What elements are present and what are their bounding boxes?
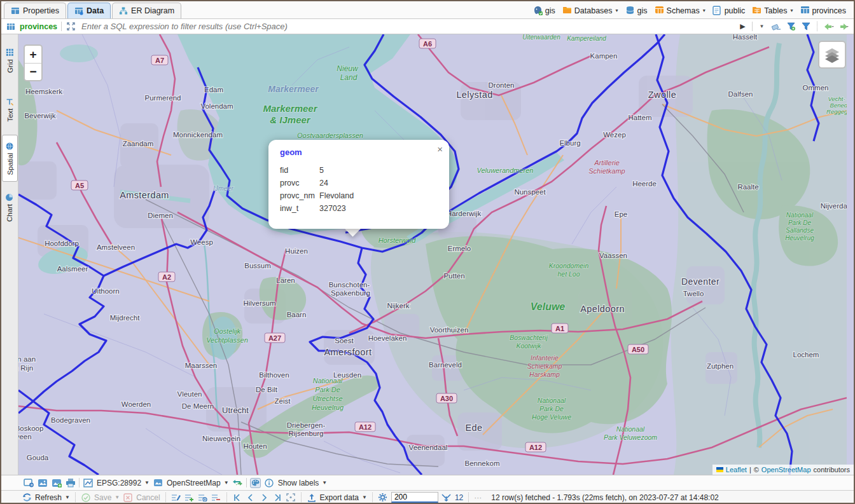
map-city-label: Zaandam (123, 140, 154, 147)
breadcrumb-item-databases[interactable]: Databases▾ (562, 6, 618, 15)
nav-forward-icon[interactable] (838, 21, 849, 32)
page-icon (712, 6, 722, 15)
breadcrumb-item-public[interactable]: public (712, 6, 746, 15)
fetch-all-icon[interactable] (286, 493, 296, 503)
sql-filter-input[interactable] (80, 21, 733, 32)
map-area-label: Hoge Veluwe (532, 413, 571, 421)
flip-coordinates-icon[interactable] (232, 478, 243, 488)
breadcrumb-label: provinces (812, 6, 847, 15)
settings-gear-icon[interactable] (378, 493, 388, 503)
save-image-icon[interactable] (37, 478, 48, 488)
presentation-tab-chart[interactable]: Chart (2, 184, 18, 231)
breadcrumb-item-gis[interactable]: gis (533, 6, 555, 15)
save-image-as-icon[interactable] (51, 478, 62, 488)
export-icon[interactable] (307, 493, 317, 503)
map-city-label: Ermelo (448, 245, 471, 252)
breadcrumb-item-provinces[interactable]: provinces (800, 6, 847, 15)
breadcrumb: gisDatabases▾gisSchemas▾publicTables▾pro… (533, 6, 850, 15)
crs-dropdown-icon[interactable]: ▼ (144, 480, 149, 486)
save-dropdown-icon[interactable]: ▼ (115, 494, 120, 500)
map-canvas[interactable]: A7A6A5A2A27A1A50A30A12A12 HeemskerkBever… (18, 34, 847, 475)
first-page-icon[interactable] (232, 493, 242, 503)
save-label[interactable]: Save (94, 493, 111, 502)
presentation-tab-grid[interactable]: Grid (2, 37, 18, 84)
apply-filter-icon[interactable]: ▶ (737, 21, 748, 32)
svg-text:A6: A6 (423, 40, 432, 48)
close-icon[interactable]: × (437, 144, 443, 154)
spatial-map-viewer[interactable]: A7A6A5A2A27A1A50A30A12A12 HeemskerkBever… (18, 34, 854, 475)
popup-attr-key: provc_nm (280, 191, 319, 200)
show-labels-label[interactable]: Show labels (278, 479, 319, 487)
info-icon (264, 478, 275, 488)
export-label[interactable]: Export data (320, 493, 359, 502)
map-city-label: Utrecht (222, 405, 249, 415)
refresh-label[interactable]: Refresh (35, 493, 62, 502)
chevron-down-icon[interactable]: ▾ (616, 8, 618, 13)
presentation-tab-spatial[interactable]: Spatial (2, 135, 18, 182)
popup-attr-key: provc (280, 179, 319, 187)
svg-text:A7: A7 (155, 57, 164, 64)
presentation-switcher: GridTextSpatialChart (1, 34, 18, 475)
custom-filter-icon[interactable] (800, 21, 811, 32)
entity-name[interactable]: provinces (20, 22, 57, 31)
breadcrumb-item-schemas[interactable]: Schemas▾ (655, 6, 706, 15)
map-area-label: Artillerie (594, 159, 620, 167)
refresh-icon[interactable] (22, 493, 32, 503)
cancel-icon[interactable] (123, 493, 133, 503)
map-city-label: Amersfoort (324, 347, 372, 357)
svg-text:A2: A2 (162, 273, 171, 281)
overflow-ellipsis[interactable]: ··· (474, 493, 482, 502)
map-area-label: Harskamp (529, 371, 560, 378)
breadcrumb-label: public (725, 6, 746, 15)
presentation-tab-text[interactable]: Text (2, 86, 18, 133)
basemap-label[interactable]: OpenStreetMap (167, 479, 221, 487)
filter-history-dropdown-icon[interactable]: ▼ (756, 21, 767, 32)
refresh-dropdown-icon[interactable]: ▼ (65, 494, 70, 500)
print-icon[interactable] (65, 478, 76, 488)
map-city-label: Amsterdam (120, 190, 169, 200)
popup-title[interactable]: geom (280, 147, 439, 157)
zoom-out-button[interactable]: − (25, 63, 41, 80)
basemap-dropdown-icon[interactable]: ▼ (224, 480, 229, 486)
divider (75, 493, 76, 502)
breadcrumb-item-gis[interactable]: gis (625, 6, 648, 15)
show-labels-dropdown-icon[interactable]: ▼ (322, 480, 327, 486)
leaflet-link[interactable]: Leaflet (726, 466, 747, 473)
tab-properties[interactable]: Properties (4, 3, 66, 18)
osm-link[interactable]: OpenStreetMap (761, 466, 811, 473)
zoom-in-button[interactable]: + (25, 46, 41, 63)
save-filter-icon[interactable] (786, 21, 796, 32)
crs-label[interactable]: EPSG:28992 (97, 479, 141, 487)
expand-filter-icon[interactable] (66, 21, 76, 32)
export-dropdown-icon[interactable]: ▼ (362, 494, 367, 500)
last-page-icon[interactable] (272, 493, 282, 503)
style-palette-icon[interactable] (250, 478, 261, 488)
delete-row-icon[interactable] (211, 493, 221, 503)
fetch-size-input[interactable] (391, 492, 438, 503)
erase-filter-icon[interactable] (771, 21, 782, 32)
segment-fetch-icon[interactable] (441, 493, 452, 503)
copyright-sign: © (754, 466, 759, 473)
map-area-label: Heuvelrug (785, 235, 814, 242)
map-city-label: Gouda (27, 454, 49, 461)
layers-icon (824, 46, 840, 63)
cancel-label[interactable]: Cancel (136, 493, 160, 502)
map-city-label: Mijdrecht (110, 314, 140, 322)
previous-page-icon[interactable] (246, 493, 256, 503)
duplicate-row-icon[interactable] (198, 493, 208, 503)
edit-row-icon[interactable] (171, 493, 181, 503)
tab-er-diagram[interactable]: ER Diagram (112, 3, 181, 18)
next-page-icon[interactable] (259, 493, 269, 503)
nav-back-icon[interactable] (823, 21, 834, 32)
chevron-down-icon[interactable]: ▾ (790, 8, 793, 13)
add-row-icon[interactable] (184, 493, 195, 503)
popup-attribute-rows: fid5provc24provc_nmFlevolandinw_t327023 (280, 166, 439, 213)
ukraine-flag-icon (716, 467, 723, 472)
tab-data[interactable]: Data (67, 3, 111, 18)
chevron-down-icon[interactable]: ▾ (703, 8, 706, 13)
breadcrumb-item-tables[interactable]: Tables▾ (752, 6, 793, 15)
map-area-label: Veluwe (531, 301, 566, 312)
copy-map-icon[interactable] (23, 478, 34, 488)
layers-control[interactable] (818, 41, 846, 69)
save-icon[interactable] (81, 493, 91, 503)
